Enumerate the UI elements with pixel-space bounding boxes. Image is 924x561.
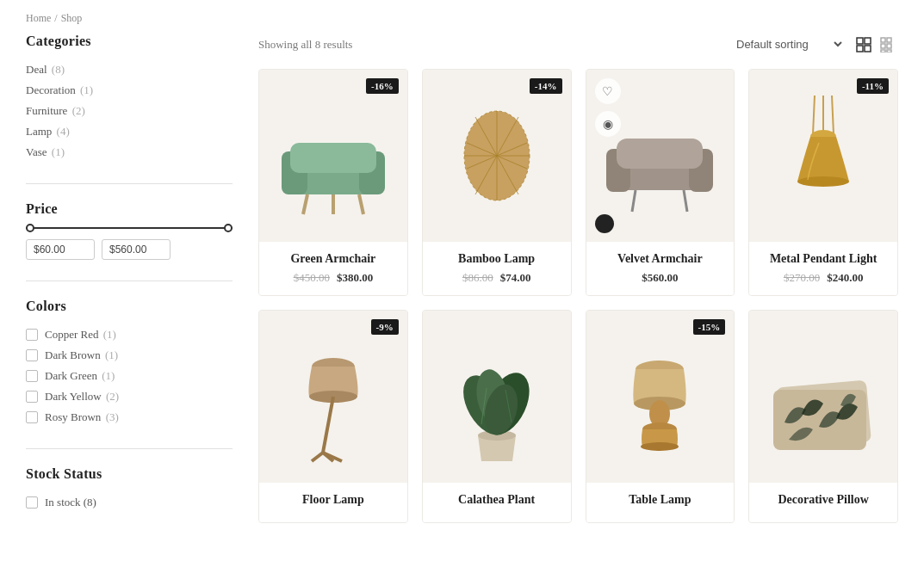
category-item-deal[interactable]: Deal (8)	[26, 59, 233, 80]
categories-section: Categories Deal (8) Decoration (1) Furni…	[26, 34, 233, 163]
product-prices-3: $560.00	[597, 271, 724, 285]
price-new-2: $74.00	[500, 271, 531, 285]
velvet-armchair-svg	[591, 87, 729, 225]
floor-lamp-svg	[264, 328, 402, 465]
sort-select[interactable]: Default sorting Price: Low to High Price…	[729, 34, 845, 55]
table-lamp-svg	[591, 328, 729, 465]
product-card-velvet-armchair[interactable]: ♡ ◉ Velvet	[586, 69, 735, 296]
svg-line-31	[813, 96, 815, 134]
svg-point-35	[797, 176, 849, 187]
green-armchair-svg	[264, 87, 402, 225]
svg-rect-8	[881, 50, 885, 52]
product-card-pillow[interactable]: Decorative Pillow	[748, 310, 898, 523]
breadcrumb-home[interactable]: Home	[26, 12, 51, 25]
product-card-pendant-light[interactable]: -11%	[748, 69, 898, 296]
svg-rect-28	[617, 139, 703, 169]
svg-rect-6	[881, 44, 885, 48]
price-title: Price	[26, 201, 233, 217]
checkbox-dark-yellow[interactable]	[26, 391, 38, 403]
color-dark-yellow[interactable]: Dark Yellow (2)	[26, 386, 233, 407]
svg-line-16	[359, 194, 363, 214]
product-name-4: Metal Pendant Light	[760, 252, 887, 266]
category-item-furniture[interactable]: Furniture (2)	[26, 101, 233, 121]
product-card-floor-lamp[interactable]: -9% F	[258, 310, 408, 523]
category-item-decoration[interactable]: Decoration (1)	[26, 80, 233, 101]
price-track	[26, 227, 233, 229]
price-slider[interactable]	[26, 227, 233, 229]
product-name-3: Velvet Armchair	[597, 252, 724, 266]
stock-instock[interactable]: In stock (8)	[26, 492, 233, 513]
product-name-6: Calathea Plant	[433, 493, 561, 507]
pillow-svg	[754, 328, 892, 465]
svg-point-53	[641, 442, 679, 451]
color-swatch-dot[interactable]	[595, 214, 614, 233]
product-card-body-3: Velvet Armchair $560.00	[586, 242, 735, 295]
wishlist-button[interactable]: ♡	[595, 78, 621, 104]
header-right: Default sorting Price: Low to High Price…	[729, 34, 898, 55]
price-max-input[interactable]	[102, 239, 171, 260]
product-area: Showing all 8 results Default sorting Pr…	[258, 34, 898, 533]
price-inputs	[26, 239, 233, 260]
category-item-lamp[interactable]: Lamp (4)	[26, 121, 233, 142]
badge-table-lamp: -15%	[693, 319, 726, 335]
price-old-4: $270.00	[784, 271, 820, 285]
product-card-bamboo-lamp[interactable]: -14%	[422, 69, 572, 296]
product-image-velvet-armchair: ♡ ◉	[586, 70, 735, 242]
category-item-vase[interactable]: Vase (1)	[26, 142, 233, 163]
svg-rect-4	[881, 38, 885, 42]
svg-rect-7	[887, 44, 891, 48]
svg-line-14	[303, 194, 307, 214]
results-text: Showing all 8 results	[258, 38, 352, 52]
breadcrumb-sep: /	[54, 12, 57, 25]
product-card-body-4: Metal Pendant Light $270.00 $240.00	[749, 242, 897, 295]
product-prices-2: $86.00 $74.00	[433, 271, 561, 285]
product-prices-4: $270.00 $240.00	[760, 271, 887, 285]
stock-title: Stock Status	[26, 466, 233, 482]
product-name-8: Decorative Pillow	[760, 493, 887, 507]
stock-section: Stock Status In stock (8)	[26, 466, 233, 513]
badge-bamboo-lamp: -14%	[530, 78, 562, 94]
plant-svg	[428, 328, 566, 465]
product-card-body-7: Table Lamp	[586, 483, 735, 522]
svg-line-33	[832, 96, 834, 134]
svg-rect-1	[865, 38, 871, 44]
category-list: Deal (8) Decoration (1) Furniture (2) La…	[26, 59, 233, 163]
breadcrumb-current: Shop	[61, 12, 83, 25]
price-thumb-left[interactable]	[26, 224, 34, 232]
grid-view-icon[interactable]	[853, 34, 874, 55]
badge-floor-lamp: -9%	[371, 319, 399, 335]
svg-rect-0	[857, 38, 863, 44]
eye-button[interactable]: ◉	[595, 111, 621, 137]
checkbox-instock[interactable]	[26, 496, 38, 509]
price-new-4: $240.00	[827, 271, 863, 285]
color-rosy-brown[interactable]: Rosy Brown (3)	[26, 407, 233, 428]
divider-2	[26, 280, 233, 281]
price-fill	[26, 227, 233, 229]
product-card-green-armchair[interactable]: -16% Green Armchair	[258, 69, 408, 296]
price-min-input[interactable]	[26, 239, 95, 260]
colors-title: Colors	[26, 299, 233, 314]
product-image-bamboo-lamp: -14%	[423, 70, 571, 242]
product-card-table-lamp[interactable]: -15%	[586, 310, 735, 523]
svg-rect-3	[865, 46, 871, 52]
product-name-7: Table Lamp	[597, 493, 724, 507]
checkbox-dark-green[interactable]	[26, 370, 38, 382]
svg-rect-13	[290, 143, 376, 173]
price-old-1: $450.00	[294, 271, 330, 285]
list-view-icon[interactable]	[877, 34, 898, 55]
checkbox-rosy-brown[interactable]	[26, 411, 38, 423]
product-image-plant	[423, 311, 571, 483]
color-dark-brown[interactable]: Dark Brown (1)	[26, 345, 233, 366]
checkbox-dark-brown[interactable]	[26, 349, 38, 361]
product-card-body-6: Calathea Plant	[423, 483, 571, 522]
color-copper-red[interactable]: Copper Red (1)	[26, 324, 233, 345]
checkbox-copper-red[interactable]	[26, 329, 38, 341]
svg-rect-2	[857, 46, 863, 52]
product-card-plant[interactable]: Calathea Plant	[422, 310, 572, 523]
color-dark-green[interactable]: Dark Green (1)	[26, 366, 233, 386]
badge-pendant-light: -11%	[857, 78, 889, 94]
product-card-body-2: Bamboo Lamp $86.00 $74.00	[423, 242, 571, 295]
svg-line-39	[312, 453, 323, 461]
product-name-5: Floor Lamp	[270, 493, 397, 507]
price-thumb-right[interactable]	[224, 224, 233, 232]
